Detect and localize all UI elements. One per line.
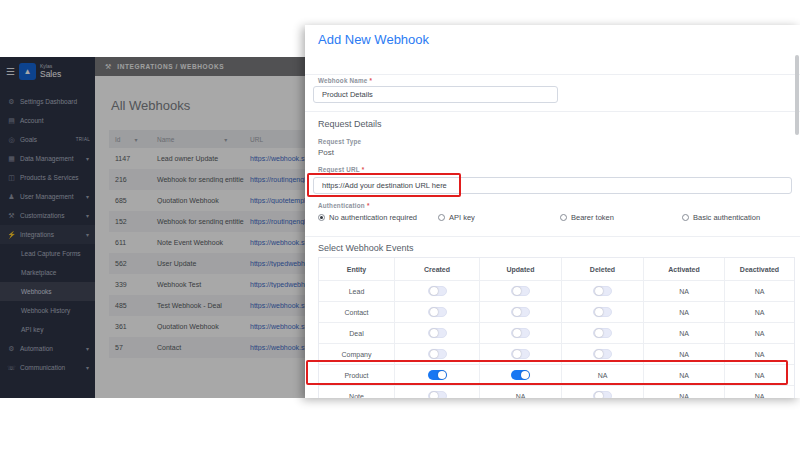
event-cell: [479, 302, 561, 322]
request-url-label: Request URL*: [318, 166, 364, 173]
label-text: Webhook Name: [318, 77, 368, 84]
toggle-knob: [595, 287, 603, 295]
radio-api-key[interactable]: API key: [438, 213, 475, 222]
toggle-switch-off[interactable]: [511, 328, 530, 338]
entity-label: Contact: [319, 302, 394, 322]
toggle-knob: [430, 392, 438, 398]
event-cell: NA: [479, 386, 561, 398]
toggle-switch-off[interactable]: [593, 349, 612, 359]
event-cell: [561, 344, 643, 364]
label-text: Authentication: [318, 202, 365, 209]
event-cell: NA: [643, 281, 724, 301]
radio-label: API key: [449, 213, 475, 222]
radio-icon[interactable]: [682, 214, 689, 221]
webhook-name-label: Webhook Name*: [318, 77, 372, 84]
event-cell: [561, 386, 643, 398]
event-cell: NA: [561, 365, 643, 385]
select-events-heading: Select Webhook Events: [318, 243, 413, 253]
toggle-knob: [513, 350, 521, 358]
toggle-knob: [513, 287, 521, 295]
add-webhook-modal: Add New Webhook Webhook Name* Request De…: [305, 25, 800, 398]
event-cell: [561, 281, 643, 301]
toggle-knob: [430, 308, 438, 316]
divider: [305, 236, 800, 237]
scrollbar-thumb[interactable]: [795, 55, 799, 135]
event-cell: NA: [724, 344, 794, 364]
toggle-knob: [513, 329, 521, 337]
toggle-switch-off[interactable]: [593, 391, 612, 398]
toggle-knob: [595, 329, 603, 337]
radio-label: Bearer token: [571, 213, 614, 222]
radio-icon[interactable]: [438, 214, 445, 221]
events-row-note: NoteNANANA: [319, 385, 794, 398]
events-row-product: ProductNANANA: [319, 364, 794, 385]
event-cell: [394, 386, 479, 398]
authentication-label: Authentication*: [318, 202, 370, 209]
entity-label: Company: [319, 344, 394, 364]
toggle-switch-off[interactable]: [593, 307, 612, 317]
toggle-switch-off[interactable]: [428, 286, 447, 296]
divider: [305, 74, 800, 75]
event-cell: [479, 365, 561, 385]
event-cell: NA: [643, 323, 724, 343]
toggle-switch-on[interactable]: [511, 370, 530, 380]
event-cell: NA: [643, 344, 724, 364]
radio-basic-authentication[interactable]: Basic authentication: [682, 213, 760, 222]
event-cell: [394, 302, 479, 322]
event-cell: NA: [643, 386, 724, 398]
event-cell: [394, 281, 479, 301]
toggle-switch-off[interactable]: [428, 349, 447, 359]
events-row-company: CompanyNANA: [319, 343, 794, 364]
radio-icon[interactable]: [560, 214, 567, 221]
divider: [305, 111, 800, 112]
toggle-knob: [595, 350, 603, 358]
toggle-switch-on[interactable]: [428, 370, 447, 380]
radio-label: Basic authentication: [693, 213, 760, 222]
event-cell: [479, 281, 561, 301]
toggle-knob: [430, 329, 438, 337]
toggle-knob: [438, 371, 446, 379]
radio-icon[interactable]: [318, 214, 325, 221]
column-header-deactivated: Deactivated: [724, 258, 794, 280]
toggle-knob: [595, 308, 603, 316]
toggle-switch-off[interactable]: [428, 307, 447, 317]
toggle-knob: [595, 392, 603, 398]
toggle-switch-off[interactable]: [428, 328, 447, 338]
event-cell: [394, 344, 479, 364]
event-cell: NA: [724, 302, 794, 322]
event-cell: NA: [643, 365, 724, 385]
webhook-events-table: Entity Created Updated Deleted Activated…: [318, 257, 795, 398]
entity-label: Lead: [319, 281, 394, 301]
column-header-updated: Updated: [479, 258, 561, 280]
toggle-switch-off[interactable]: [511, 286, 530, 296]
event-cell: NA: [724, 281, 794, 301]
webhook-name-input[interactable]: [313, 86, 558, 103]
event-cell: [561, 323, 643, 343]
entity-label: Deal: [319, 323, 394, 343]
modal-title: Add New Webhook: [318, 32, 429, 47]
column-header-created: Created: [394, 258, 479, 280]
toggle-knob: [513, 308, 521, 316]
radio-bearer-token[interactable]: Bearer token: [560, 213, 614, 222]
event-cell: NA: [643, 302, 724, 322]
events-table-header: Entity Created Updated Deleted Activated…: [319, 258, 794, 280]
toggle-switch-off[interactable]: [593, 286, 612, 296]
events-row-lead: LeadNANA: [319, 280, 794, 301]
entity-label: Product: [319, 365, 394, 385]
column-header-activated: Activated: [643, 258, 724, 280]
event-cell: NA: [724, 365, 794, 385]
column-header-entity: Entity: [319, 258, 394, 280]
event-cell: NA: [724, 323, 794, 343]
toggle-switch-off[interactable]: [593, 328, 612, 338]
event-cell: [394, 323, 479, 343]
radio-no-authentication[interactable]: No authentication required: [318, 213, 417, 222]
toggle-switch-off[interactable]: [428, 391, 447, 398]
column-header-deleted: Deleted: [561, 258, 643, 280]
toggle-knob: [430, 287, 438, 295]
request-url-input[interactable]: [313, 177, 792, 194]
event-cell: [479, 323, 561, 343]
entity-label: Note: [319, 386, 394, 398]
event-cell: [394, 365, 479, 385]
toggle-switch-off[interactable]: [511, 307, 530, 317]
toggle-switch-off[interactable]: [511, 349, 530, 359]
